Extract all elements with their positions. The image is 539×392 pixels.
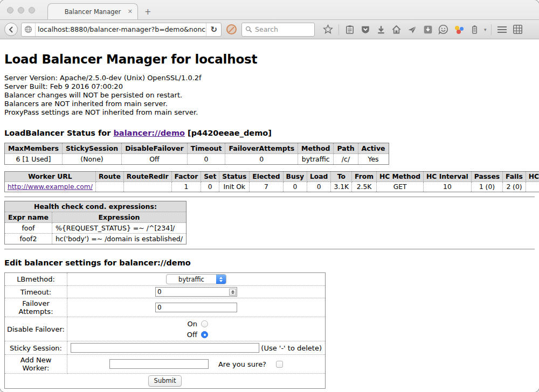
reload-button[interactable]: ↻ bbox=[206, 23, 221, 36]
zoom-window-button[interactable] bbox=[29, 7, 35, 13]
tab-close-icon[interactable]: ✕ bbox=[128, 8, 133, 15]
downloads-button[interactable] bbox=[374, 23, 388, 36]
are-you-sure-checkbox[interactable] bbox=[276, 361, 283, 368]
column-header: HC Method bbox=[377, 172, 424, 182]
table-row: foof%{REQUEST_STATUS} =~ /^[234]/ bbox=[5, 223, 186, 234]
radio-off-label: Off bbox=[184, 331, 197, 339]
table-cell: 1 bbox=[171, 182, 201, 192]
tab-balancer-manager[interactable]: Balancer Manager ✕ bbox=[47, 3, 138, 19]
close-window-button[interactable] bbox=[7, 7, 13, 13]
column-header: Worker URL bbox=[5, 172, 96, 182]
table-cell: 7 bbox=[250, 182, 283, 192]
search-bar[interactable]: Search bbox=[241, 23, 315, 37]
home-button[interactable] bbox=[390, 23, 403, 36]
toolbar-icons: ▾ bbox=[321, 23, 524, 36]
download-panel-button[interactable] bbox=[421, 23, 434, 36]
table-row: foof2hc('body') =~ /domain is establishe… bbox=[5, 234, 186, 244]
overflow-caret-icon[interactable]: ▾ bbox=[483, 27, 487, 32]
table-cell: /c/ bbox=[334, 154, 358, 165]
table-cell: foof2 bbox=[5, 234, 52, 244]
table-cell: 2.5K bbox=[352, 182, 377, 192]
edit-balancer-form: LBmethod: bytraffic Timeout: bbox=[4, 272, 326, 389]
site-identity[interactable] bbox=[22, 23, 36, 36]
minimize-window-button[interactable] bbox=[18, 7, 24, 13]
persist-warning-line: Balancer changes will NOT be persisted o… bbox=[4, 91, 535, 100]
loadbalancer-status-heading: LoadBalancer Status for balancer://demo … bbox=[4, 129, 535, 137]
url-text[interactable]: localhost:8880/balancer-manager?b=demo&n… bbox=[36, 25, 206, 33]
column-header: Timeout bbox=[187, 143, 225, 154]
number-spinner-icon[interactable] bbox=[229, 289, 236, 296]
toolbar-separator bbox=[491, 24, 492, 35]
worker-table: Worker URLRouteRouteRedirFactorSetStatus… bbox=[4, 171, 539, 192]
table-cell: Init Ok bbox=[219, 182, 250, 192]
proxypass-warning-line: ProxyPass settings are NOT inherited fro… bbox=[4, 108, 535, 117]
reading-list-button[interactable] bbox=[343, 23, 356, 36]
column-header: Elected bbox=[250, 172, 283, 182]
add-worker-input[interactable] bbox=[109, 359, 209, 369]
failover-attempts-input[interactable] bbox=[155, 303, 237, 312]
table-cell: 0 bbox=[225, 154, 298, 165]
url-bar[interactable]: localhost:8880/balancer-manager?b=demo&n… bbox=[21, 23, 222, 37]
column-header: To bbox=[331, 172, 352, 182]
search-placeholder: Search bbox=[255, 25, 278, 33]
content-blocked-icon[interactable] bbox=[226, 24, 237, 34]
toolbar-separator bbox=[338, 24, 339, 35]
table-row: http://www.example.com/10Init Ok7003.1K2… bbox=[5, 182, 539, 192]
lbmethod-select[interactable]: bytraffic bbox=[166, 274, 226, 284]
divider bbox=[4, 197, 535, 198]
table-cell: 0 bbox=[201, 182, 219, 192]
column-header: HC Interval bbox=[424, 172, 472, 182]
submit-button[interactable]: Submit bbox=[148, 375, 182, 387]
worker-url-link[interactable]: http://www.example.com/ bbox=[8, 183, 93, 191]
sticky-session-input[interactable] bbox=[71, 343, 259, 353]
pocket-button[interactable] bbox=[358, 23, 372, 36]
lbmethod-label: LBmethod: bbox=[5, 273, 67, 286]
back-button[interactable] bbox=[4, 23, 18, 36]
column-header: FailoverAttempts bbox=[225, 143, 298, 154]
add-worker-row: Add New Worker: Are you sure? bbox=[5, 355, 326, 374]
select-stepper-icon bbox=[216, 275, 226, 284]
server-version-line: Server Version: Apache/2.5.0-dev (Unix) … bbox=[4, 74, 535, 82]
window-controls bbox=[7, 7, 35, 13]
table-cell: (None) bbox=[62, 154, 121, 165]
add-worker-label: Add New Worker: bbox=[5, 355, 67, 374]
column-header: StickySession bbox=[62, 143, 121, 154]
column-header: DisableFailover bbox=[122, 143, 187, 154]
table-cell bbox=[123, 182, 171, 192]
new-tab-button[interactable]: + bbox=[138, 7, 158, 19]
balancer-demo-link[interactable]: balancer://demo bbox=[113, 129, 185, 137]
server-info: Server Version: Apache/2.5.0-dev (Unix) … bbox=[4, 74, 535, 117]
table-cell: 2 (0) bbox=[503, 182, 526, 192]
timeout-input[interactable] bbox=[155, 287, 237, 297]
column-header: Status bbox=[219, 172, 250, 182]
column-header: Expr name bbox=[5, 212, 52, 223]
column-header: MaxMembers bbox=[5, 143, 63, 154]
column-header: Method bbox=[298, 143, 334, 154]
table-cell: hc('body') =~ /domain is established/ bbox=[52, 234, 186, 244]
are-you-sure-label: Are you sure? bbox=[218, 360, 266, 368]
server-built-line: Server Built: Feb 9 2016 07:00:20 bbox=[4, 82, 535, 91]
failover-attempts-row: Failover Attempts: bbox=[5, 298, 326, 317]
send-tab-button[interactable] bbox=[405, 23, 419, 36]
navigation-toolbar: localhost:8880/balancer-manager?b=demo&n… bbox=[0, 19, 539, 39]
bookmark-star-button[interactable] bbox=[321, 23, 335, 36]
column-header: Factor bbox=[171, 172, 201, 182]
disable-failover-on-radio[interactable] bbox=[201, 320, 208, 327]
menu-hamburger-button[interactable] bbox=[495, 23, 509, 36]
extension-colordots-button[interactable] bbox=[452, 23, 466, 36]
table-row: 6 [1 Used](None)Off00bytraffic/c/Yes bbox=[5, 154, 389, 165]
table-cell: %{REQUEST_STATUS} =~ /^[234]/ bbox=[52, 223, 186, 234]
column-header: HC uri bbox=[526, 172, 539, 182]
timeout-row: Timeout: bbox=[5, 286, 326, 298]
table-cell: 1 (0) bbox=[471, 182, 502, 192]
column-header: Fails bbox=[503, 172, 526, 182]
disable-failover-off-radio[interactable] bbox=[201, 331, 208, 338]
table-title: Health check cond. expressions: bbox=[5, 201, 186, 212]
tab-title: Balancer Manager bbox=[65, 8, 121, 16]
tile-grid-button[interactable] bbox=[511, 23, 524, 36]
column-header: Expression bbox=[52, 212, 186, 223]
battery-status-button[interactable] bbox=[468, 23, 481, 36]
feedback-smiley-button[interactable] bbox=[437, 23, 450, 36]
table-cell bbox=[95, 182, 123, 192]
tab-bar: Balancer Manager ✕ + bbox=[0, 0, 539, 19]
